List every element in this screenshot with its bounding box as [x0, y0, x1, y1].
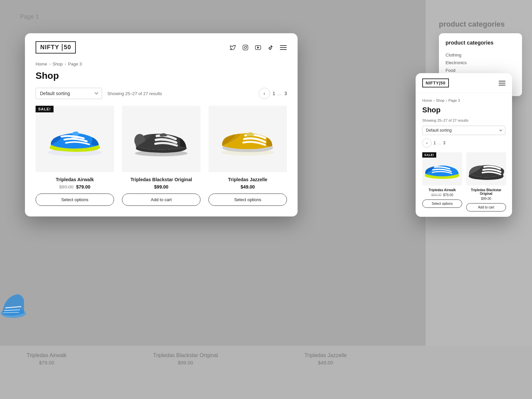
product-price-blackstar: $99.00: [122, 184, 200, 190]
instagram-icon[interactable]: [242, 44, 249, 51]
product-price-jazzelle: $49.00: [208, 184, 287, 190]
prev-page-button[interactable]: ‹: [259, 88, 270, 99]
mobile-logo-part2: 50: [440, 80, 445, 85]
svg-rect-6: [280, 47, 287, 48]
breadcrumb: Home › Shop › Page 3: [36, 62, 287, 66]
product-name-airwalk: Tripledas Airwalk: [36, 177, 114, 182]
mobile-breadcrumb-current: Page 3: [448, 98, 460, 102]
hamburger-line-2: [499, 83, 505, 83]
page-title: Shop: [36, 70, 287, 81]
logo-part2: 50: [64, 44, 71, 51]
bg-bottom-product-3: Tripledas Jazzelle $49.00: [304, 352, 346, 365]
mobile-modal: NIFTY|50 Home › Shop › Page 3 Shop Showi…: [416, 73, 512, 217]
hamburger-line-3: [499, 85, 505, 85]
mobile-pagination: ‹ 1 ... 3: [422, 138, 505, 148]
hamburger-line-1: [499, 81, 505, 81]
mobile-product-name-blackstar: Tripledas Blackstar Original: [466, 188, 506, 196]
tiktok-icon[interactable]: [267, 44, 274, 51]
product-name-jazzelle: Tripledas Jazzelle: [208, 177, 287, 182]
logo: NIFTY50: [36, 41, 76, 54]
page-dots: ...: [278, 91, 282, 96]
mobile-menu-icon[interactable]: [499, 81, 505, 85]
product-image-jazzelle: [208, 106, 287, 172]
product-name-blackstar: Tripledas Blackstar Original: [122, 177, 200, 182]
mobile-sale-badge: SALE!: [422, 152, 436, 158]
bg-page-label: Page 1: [20, 13, 39, 20]
mobile-product-price-airwalk: $89.00 $79.00: [422, 193, 462, 197]
mobile-page-title: Shop: [422, 106, 505, 114]
sidebar-title: product categories: [446, 40, 515, 46]
price-jazzelle: $49.00: [241, 184, 255, 190]
desktop-modal: NIFTY50: [25, 33, 298, 216]
breadcrumb-sep-2: ›: [65, 62, 66, 66]
product-price-airwalk: $89.00 $79.00: [36, 184, 114, 190]
new-price-airwalk: $79.00: [76, 184, 90, 190]
mobile-product-price-blackstar: $99.00: [466, 197, 506, 200]
results-text: Showing 25–27 of 27 results: [107, 91, 162, 96]
mobile-prev-button[interactable]: ‹: [422, 138, 432, 148]
pagination: ‹ 1 ... 3: [259, 88, 287, 99]
product-card-airwalk: SALE!: [36, 106, 114, 206]
bg-bottom-product-1: Tripledas Airwalk $79.00: [27, 352, 66, 365]
modal-header: NIFTY50: [25, 33, 298, 59]
mobile-page-3[interactable]: 3: [443, 141, 446, 145]
page-3-button[interactable]: 3: [284, 91, 287, 96]
product-card-jazzelle: Tripledas Jazzelle $49.00 Select options: [208, 106, 287, 206]
modal-body: Home › Shop › Page 3 Shop Default sortin…: [25, 59, 298, 216]
svg-rect-1: [243, 45, 248, 50]
sale-badge: SALE!: [36, 106, 54, 112]
mobile-product-name-airwalk: Tripledas Airwalk: [422, 188, 462, 192]
mobile-logo: NIFTY|50: [422, 78, 449, 87]
select-options-jazzelle-button[interactable]: Select options: [208, 194, 287, 206]
mobile-page-1[interactable]: 1: [434, 141, 436, 145]
svg-marker-4: [257, 47, 259, 48]
mobile-sort-select[interactable]: Default sorting Sort by popularity Sort …: [422, 126, 505, 135]
product-image-blackstar: [122, 106, 200, 172]
old-price-airwalk: $89.00: [59, 184, 73, 190]
bg-left-shoe: [0, 273, 27, 332]
mobile-header: NIFTY|50: [416, 73, 512, 93]
twitter-icon[interactable]: [229, 44, 236, 51]
breadcrumb-home[interactable]: Home: [36, 62, 47, 66]
mobile-breadcrumb-home[interactable]: Home: [422, 98, 432, 102]
logo-part1: NIFTY: [40, 44, 63, 51]
product-card-blackstar: Tripledas Blackstar Original $99.00 Add …: [122, 106, 200, 206]
breadcrumb-sep-1: ›: [49, 62, 51, 66]
products-grid: SALE!: [36, 106, 287, 206]
mobile-products-grid: SALE! Tripledas Airwalk $89.00 $79.00: [422, 152, 505, 211]
add-to-cart-blackstar-button[interactable]: Add to cart: [122, 194, 200, 206]
svg-point-2: [244, 47, 246, 49]
mobile-page-dots: ...: [438, 141, 441, 145]
svg-point-3: [247, 46, 247, 46]
mobile-body: Home › Shop › Page 3 Shop Showing 25–27 …: [416, 93, 512, 217]
mobile-breadcrumb: Home › Shop › Page 3: [422, 98, 505, 102]
mobile-results-text: Showing 25–27 of 27 results: [422, 118, 505, 122]
bg-bottom-bar: Tripledas Airwalk $79.00 Tripledas Black…: [0, 346, 532, 399]
breadcrumb-current: Page 3: [68, 62, 82, 66]
select-options-airwalk-button[interactable]: Select options: [36, 194, 114, 206]
youtube-icon[interactable]: [254, 44, 262, 51]
mobile-product-card-blackstar: Tripledas Blackstar Original $99.00 Add …: [466, 152, 506, 211]
product-image-airwalk: [36, 106, 114, 172]
mobile-logo-part1: NIFTY: [426, 80, 439, 85]
price-blackstar: $99.00: [154, 184, 169, 190]
mobile-breadcrumb-shop[interactable]: Shop: [436, 98, 445, 102]
svg-rect-7: [280, 49, 287, 50]
mobile-product-image-blackstar: [466, 152, 506, 186]
breadcrumb-shop[interactable]: Shop: [53, 62, 63, 66]
svg-rect-5: [280, 45, 287, 46]
mobile-product-card-airwalk: SALE! Tripledas Airwalk $89.00 $79.00: [422, 152, 462, 211]
menu-icon[interactable]: [280, 44, 287, 51]
shop-controls: Default sorting Sort by popularity Sort …: [36, 88, 287, 99]
mobile-add-to-cart-blackstar-button[interactable]: Add to cart: [466, 203, 506, 211]
category-clothing[interactable]: Clothing: [446, 51, 515, 59]
bg-bottom-product-2: Tripledas Blackstar Original $99.00: [153, 352, 218, 365]
social-icons-group: [229, 44, 287, 51]
mobile-select-options-airwalk-button[interactable]: Select options: [422, 200, 462, 208]
bg-categories-title: product categories: [439, 20, 519, 29]
page-1-button[interactable]: 1: [273, 91, 275, 96]
category-electronics[interactable]: Electronics: [446, 59, 515, 66]
sort-select[interactable]: Default sorting Sort by popularity Sort …: [36, 88, 102, 99]
